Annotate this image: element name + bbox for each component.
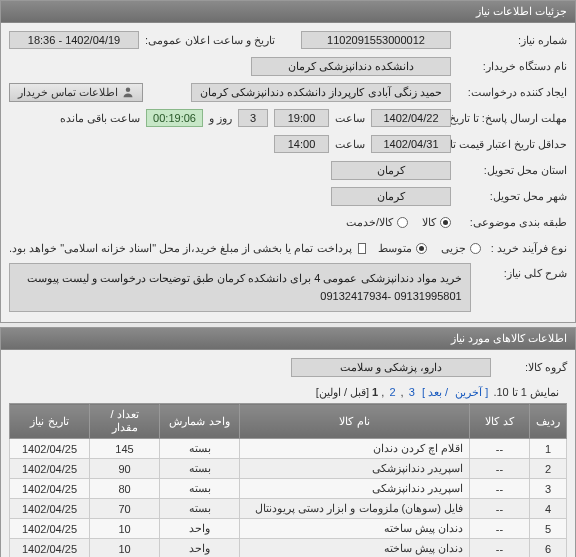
- col-name: نام کالا: [240, 404, 470, 439]
- cell-code: --: [470, 479, 530, 499]
- col-unit: واحد شمارش: [160, 404, 240, 439]
- field-resp-days: 3: [238, 109, 268, 127]
- label-process: نوع فرآیند خرید :: [487, 242, 567, 255]
- label-group: گروه کالا:: [497, 361, 567, 374]
- pg-current: 1: [372, 386, 378, 398]
- cell-unit: واحد: [160, 519, 240, 539]
- radio-label: جزیی: [441, 242, 466, 255]
- table-row[interactable]: 5--دندان پیش ساختهواحد101402/04/25: [10, 519, 567, 539]
- cell-qty: 90: [90, 459, 160, 479]
- cell-idx: 4: [530, 499, 567, 519]
- form-area: شماره نیاز: 1102091553000012 تاریخ و ساع…: [1, 23, 575, 322]
- field-group: دارو، پزشکی و سلامت: [291, 358, 491, 377]
- treasury-checkbox[interactable]: [358, 243, 367, 254]
- subject-radio-group: کالا کالا/خدمت: [346, 216, 451, 229]
- cell-date: 1402/04/25: [10, 539, 90, 557]
- pg-first: [قبل / اولین]: [316, 386, 369, 398]
- table-header-row: ردیف کد کالا نام کالا واحد شمارش تعداد /…: [10, 404, 567, 439]
- cell-idx: 2: [530, 459, 567, 479]
- table-row[interactable]: 1--اقلام اچ کردن دندانبسته1451402/04/25: [10, 439, 567, 459]
- cell-date: 1402/04/25: [10, 459, 90, 479]
- countdown-clock: 00:19:06: [146, 109, 203, 127]
- cell-code: --: [470, 439, 530, 459]
- field-resp-date: 1402/04/22: [371, 109, 451, 127]
- label-hour2: ساعت: [335, 138, 365, 151]
- radio-label: کالا: [422, 216, 436, 229]
- radio-dot-icon: [416, 243, 427, 254]
- cell-idx: 6: [530, 539, 567, 557]
- label-desc: شرح کلی نیاز:: [477, 263, 567, 280]
- cell-qty: 145: [90, 439, 160, 459]
- cell-name: دندان پیش ساخته: [240, 539, 470, 557]
- pg-last[interactable]: [ آخرین: [455, 386, 488, 398]
- cell-qty: 10: [90, 539, 160, 557]
- pg-next[interactable]: / بعد ]: [422, 386, 448, 398]
- col-code: کد کالا: [470, 404, 530, 439]
- table-row[interactable]: 3--اسپریدر دندانپزشکیبسته801402/04/25: [10, 479, 567, 499]
- cell-date: 1402/04/25: [10, 499, 90, 519]
- cell-name: اسپریدر دندانپزشکی: [240, 479, 470, 499]
- cell-code: --: [470, 519, 530, 539]
- radio-kala-service[interactable]: کالا/خدمت: [346, 216, 408, 229]
- col-idx: ردیف: [530, 404, 567, 439]
- label-province: استان محل تحویل:: [457, 164, 567, 177]
- description-box: خرید مواد دندانپزشکی عمومی 4 برای دانشکد…: [9, 263, 471, 312]
- label-city: شهر محل تحویل:: [457, 190, 567, 203]
- field-resp-time: 19:00: [274, 109, 329, 127]
- cell-qty: 10: [90, 519, 160, 539]
- field-city: کرمان: [331, 187, 451, 206]
- cell-code: --: [470, 539, 530, 557]
- field-credit-time: 14:00: [274, 135, 329, 153]
- radio-dot-icon: [397, 217, 408, 228]
- radio-label: متوسط: [378, 242, 412, 255]
- table-row[interactable]: 6--دندان پیش ساختهواحد101402/04/25: [10, 539, 567, 557]
- col-qty: تعداد / مقدار: [90, 404, 160, 439]
- svg-point-0: [126, 88, 131, 93]
- field-dev: دانشکده دندانپزشکی کرمان: [251, 57, 451, 76]
- radio-dot-icon: [470, 243, 481, 254]
- need-details-panel: جزئیات اطلاعات نیاز شماره نیاز: 11020915…: [0, 0, 576, 323]
- cell-code: --: [470, 459, 530, 479]
- goods-panel: اطلاعات کالاهای مورد نیاز گروه کالا: دار…: [0, 327, 576, 557]
- field-creator: حمید زنگی آبادی کارپرداز دانشکده دندانپز…: [191, 83, 451, 102]
- cell-date: 1402/04/25: [10, 479, 90, 499]
- pg-3[interactable]: 3: [409, 386, 415, 398]
- contact-buyer-button[interactable]: اطلاعات تماس خریدار: [9, 83, 143, 102]
- label-hour1: ساعت: [335, 112, 365, 125]
- cell-idx: 3: [530, 479, 567, 499]
- cell-date: 1402/04/25: [10, 439, 90, 459]
- label-dev: نام دستگاه خریدار:: [457, 60, 567, 73]
- cell-unit: واحد: [160, 539, 240, 557]
- pg-2[interactable]: 2: [389, 386, 395, 398]
- cell-unit: بسته: [160, 439, 240, 459]
- cell-name: اقلام اچ کردن دندان: [240, 439, 470, 459]
- cell-idx: 5: [530, 519, 567, 539]
- pg-prefix: نمایش 1 تا 10.: [493, 386, 559, 398]
- cell-unit: بسته: [160, 499, 240, 519]
- col-date: تاریخ نیاز: [10, 404, 90, 439]
- pay-note: پرداخت تمام یا بخشی از مبلغ خرید،از محل …: [9, 242, 352, 255]
- radio-minor[interactable]: جزیی: [441, 242, 481, 255]
- paginator: نمایش 1 تا 10. [ آخرین / بعد ] 3 , 2 , 1…: [9, 382, 567, 403]
- radio-kala[interactable]: کالا: [422, 216, 451, 229]
- label-announce: تاریخ و ساعت اعلان عمومی:: [145, 34, 275, 47]
- radio-medium[interactable]: متوسط: [378, 242, 427, 255]
- cell-date: 1402/04/25: [10, 519, 90, 539]
- contact-btn-label: اطلاعات تماس خریدار: [18, 86, 118, 99]
- table-row[interactable]: 4--فایل (سوهان) ملزومات و ابزار دستی پری…: [10, 499, 567, 519]
- field-announce: 1402/04/19 - 18:36: [9, 31, 139, 49]
- radio-label: کالا/خدمت: [346, 216, 393, 229]
- cell-unit: بسته: [160, 479, 240, 499]
- label-resp: مهلت ارسال پاسخ: تا تاریخ:: [457, 112, 567, 125]
- goods-table: ردیف کد کالا نام کالا واحد شمارش تعداد /…: [9, 403, 567, 557]
- label-day: روز و: [209, 112, 232, 125]
- table-row[interactable]: 2--اسپریدر دندانپزشکیبسته901402/04/25: [10, 459, 567, 479]
- field-province: کرمان: [331, 161, 451, 180]
- person-icon: [122, 86, 134, 98]
- field-credit-date: 1402/04/31: [371, 135, 451, 153]
- cell-name: اسپریدر دندانپزشکی: [240, 459, 470, 479]
- process-radio-group: جزیی متوسط: [378, 242, 481, 255]
- cell-qty: 80: [90, 479, 160, 499]
- label-subject: طبقه بندی موضوعی:: [457, 216, 567, 229]
- cell-idx: 1: [530, 439, 567, 459]
